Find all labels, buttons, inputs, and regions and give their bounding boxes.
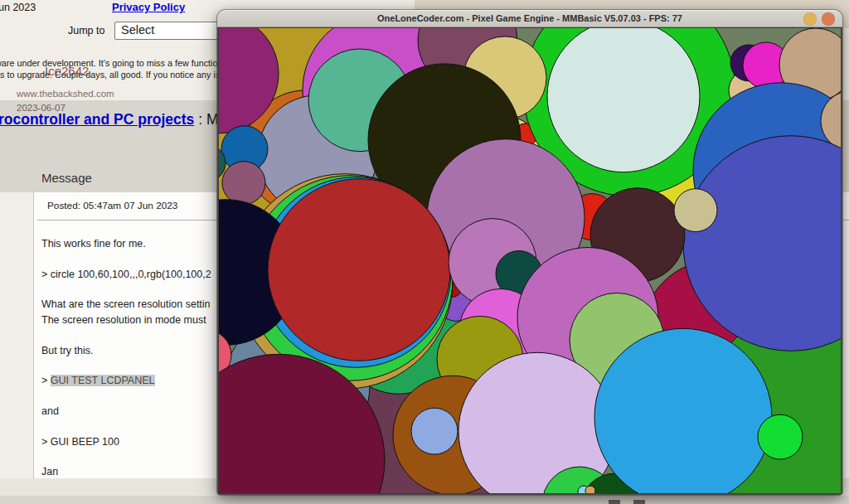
- post-paragraph: What are the screen resolution settin: [41, 298, 211, 310]
- thread-date-fragment: un 2023: [0, 2, 36, 13]
- post-paragraph: The screen resolution in mode must: [41, 314, 206, 326]
- game-canvas[interactable]: [219, 28, 841, 493]
- page-bottom-button[interactable]: [633, 500, 645, 504]
- game-circle: [674, 189, 717, 232]
- pixel-game-engine-window[interactable]: OneLoneCoder.com - Pixel Game Engine - M…: [217, 10, 842, 495]
- game-circle: [268, 179, 450, 361]
- post-paragraph-beep-command: > GUI BEEP 100: [41, 436, 119, 448]
- post-paragraph: This works fine for me.: [41, 238, 146, 250]
- page-bottom-button[interactable]: [609, 500, 620, 504]
- post-paragraph-circle-command: > circle 100,60,100,,,0,rgb(100,100,2: [41, 269, 211, 280]
- game-circle: [411, 408, 458, 454]
- post-paragraph: But try this.: [41, 345, 94, 356]
- close-button[interactable]: [822, 12, 835, 26]
- forum-section-link[interactable]: rocontroller and PC projects: [0, 111, 194, 128]
- site-notice-line1: ware under development. It's going to mi…: [0, 58, 235, 68]
- message-column-header: Message: [41, 171, 92, 185]
- username-text: Ice2642: [45, 64, 89, 78]
- post-paragraph: and: [41, 405, 59, 417]
- post-signature: Jan: [41, 466, 58, 477]
- posted-timestamp: Posted: 05:47am 07 Jun 2023: [47, 200, 177, 211]
- jump-to-label: Jump to: [68, 25, 104, 36]
- page-footer-bar: [0, 496, 849, 504]
- window-title: OneLoneCoder.com - Pixel Game Engine - M…: [377, 13, 682, 23]
- site-url-text: www.thebackshed.com: [17, 89, 114, 99]
- breadcrumb: rocontroller and PC projects: MMBa: [0, 111, 249, 128]
- window-title-bar[interactable]: OneLoneCoder.com - Pixel Game Engine - M…: [217, 10, 842, 27]
- game-circle: [585, 486, 595, 493]
- game-circle: [222, 162, 265, 205]
- site-notice-line2: as to upgrade. Couple days, all good. If…: [0, 70, 230, 80]
- post-paragraph-gui-command: > GUI TEST LCDPANEL: [41, 375, 155, 386]
- highlighted-command-text: GUI TEST LCDPANEL: [51, 375, 155, 386]
- game-circle: [547, 28, 700, 172]
- minimize-button[interactable]: [803, 12, 817, 26]
- command-prefix: >: [41, 375, 51, 386]
- game-circle: [758, 414, 803, 459]
- privacy-policy-link[interactable]: Privacy Policy: [112, 1, 185, 13]
